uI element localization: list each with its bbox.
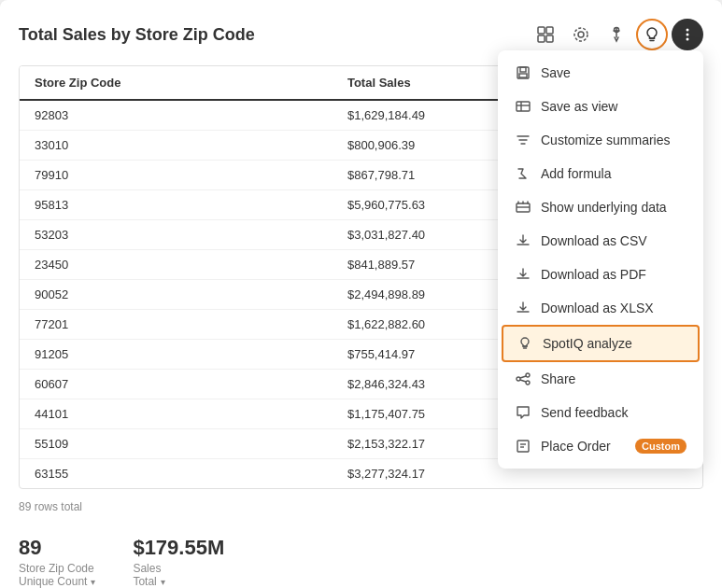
svg-point-18 [526,373,530,377]
menu-item-add-formula[interactable]: Add formula [498,157,703,190]
menu-item-download-xlsx[interactable]: Download as XLSX [498,291,703,325]
menu-label-show-underlying: Show underlying data [541,200,667,215]
feedback-icon [515,404,531,421]
svg-rect-1 [546,27,553,34]
lightbulb-icon [644,26,660,43]
page-title: Total Sales by Store Zip Code [19,25,255,45]
menu-item-show-underlying[interactable]: Show underlying data [498,190,703,224]
menu-item-spotiq-analyze[interactable]: SpotIQ analyze [502,325,700,362]
menu-item-save-as-view[interactable]: Save as view [498,90,703,123]
menu-label-customize-summaries: Customize summaries [541,133,670,147]
cell-zip: 63155 [20,459,333,489]
sales-sub-label: Total [133,575,156,588]
cell-zip: 23450 [20,250,333,280]
count-label: Store Zip Code [19,562,95,575]
count-sub-row: Unique Count ▾ [19,575,95,588]
menu-label-download-csv: Download as CSV [541,233,647,248]
pin-button[interactable] [601,19,632,50]
menu-label-add-formula: Add formula [541,166,611,181]
svg-rect-13 [517,102,530,111]
toolbar [530,19,703,50]
svg-rect-2 [538,35,545,42]
cell-zip: 53203 [20,220,333,250]
menu-label-send-feedback: Send feedback [541,405,628,420]
cell-zip: 33010 [20,131,333,161]
cell-zip: 90052 [20,280,333,310]
download-icon [515,300,531,316]
summary-count: 89 Store Zip Code Unique Count ▾ [19,536,95,588]
svg-rect-3 [546,35,553,42]
lightbulb-button[interactable] [636,19,668,50]
cell-zip: 79910 [20,161,333,190]
filter-icon [515,132,531,148]
cell-zip: 91205 [20,340,333,370]
menu-label-download-xlsx: Download as XLSX [541,301,654,315]
cell-zip: 44101 [20,399,333,429]
share-icon [515,371,531,387]
sales-chevron-icon[interactable]: ▾ [161,577,165,587]
save-icon [515,64,531,81]
more-icon [679,26,696,43]
custom-badge: Custom [635,439,687,454]
table-icon [515,199,531,216]
summary-sales: $179.55M Sales Total ▾ [133,536,224,588]
menu-item-place-order[interactable]: Place OrderCustom [498,429,703,463]
count-value: 89 [19,536,95,560]
svg-point-7 [687,29,689,32]
lightbulb-icon [517,335,533,352]
sales-label: Sales [133,562,224,575]
main-card: Total Sales by Store Zip Code [0,0,722,588]
count-sub-label: Unique Count [19,575,87,588]
more-options-button[interactable] [672,19,703,50]
summary-bar: 89 Store Zip Code Unique Count ▾ $179.55… [19,528,703,588]
menu-item-save[interactable]: Save [498,56,703,90]
settings-icon [573,26,589,43]
svg-rect-21 [517,441,529,452]
grid-view-button[interactable] [530,19,561,50]
pin-icon [608,26,625,43]
menu-item-share[interactable]: Share [498,362,703,396]
svg-point-20 [526,381,530,385]
cell-zip: 77201 [20,310,333,340]
svg-rect-11 [520,67,526,72]
svg-point-5 [574,28,588,41]
order-icon [515,438,531,455]
menu-label-download-pdf: Download as PDF [541,267,646,282]
count-chevron-icon[interactable]: ▾ [91,577,95,587]
sales-value: $179.55M [133,536,224,560]
menu-label-save: Save [541,65,571,80]
cell-zip: 60607 [20,370,333,399]
header: Total Sales by Store Zip Code [19,19,703,50]
svg-rect-12 [519,74,527,77]
menu-item-send-feedback[interactable]: Send feedback [498,396,703,429]
rows-total-label: 89 rows total [19,500,703,513]
formula-icon [515,165,531,182]
svg-rect-0 [538,27,545,34]
svg-point-4 [578,32,584,37]
cell-zip: 55109 [20,429,333,459]
menu-item-download-csv[interactable]: Download as CSV [498,224,703,258]
dropdown-menu: SaveSave as viewCustomize summariesAdd f… [498,50,703,469]
settings-button[interactable] [565,19,597,50]
menu-label-save-as-view: Save as view [541,99,617,114]
sales-sub-row: Total ▾ [133,575,224,588]
menu-label-place-order: Place Order [541,439,611,454]
svg-point-8 [687,34,689,36]
download-icon [515,266,531,283]
download-icon [515,232,531,249]
cell-zip: 95813 [20,190,333,220]
menu-item-customize-summaries[interactable]: Customize summaries [498,123,703,157]
menu-item-download-pdf[interactable]: Download as PDF [498,258,703,291]
col-header-zip: Store Zip Code [20,66,333,100]
menu-label-spotiq-analyze: SpotIQ analyze [543,336,632,351]
cell-zip: 92803 [20,100,333,131]
grid-icon [537,26,554,43]
svg-point-9 [687,38,689,41]
menu-label-share: Share [541,371,575,386]
svg-point-19 [517,377,520,381]
view-icon [515,98,531,115]
